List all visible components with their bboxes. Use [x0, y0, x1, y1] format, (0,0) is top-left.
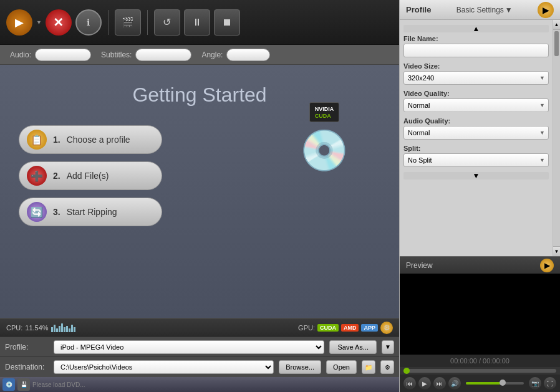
cpu-bar-7 [66, 326, 68, 332]
preview-go-button[interactable]: ▶ [540, 259, 554, 272]
volume-button[interactable]: 🔊 [448, 377, 461, 390]
preview-time-text: 00:00:00 / 00:00:00 [450, 357, 509, 365]
stop-button[interactable]: ✕ [46, 9, 72, 36]
step-3-button[interactable]: 🔄 3. Start Ripping [19, 198, 162, 226]
volume-slider[interactable] [466, 382, 524, 385]
pause-button[interactable]: ⏸ [184, 9, 210, 36]
video-quality-select[interactable]: Normal High Low [403, 98, 549, 112]
progress-track [403, 369, 556, 373]
scrollbar-body [553, 30, 560, 246]
video-size-select[interactable]: 320x240 640x480 1280x720 [403, 71, 549, 85]
audio-quality-select[interactable]: Normal High Low [403, 126, 549, 140]
cpu-bar-10 [74, 327, 75, 332]
scroll-up-arrow[interactable]: ▲ [403, 25, 549, 32]
cpu-bar-9 [71, 325, 73, 332]
preview-screen [400, 274, 560, 355]
save-dropdown-button[interactable]: ▼ [382, 340, 394, 354]
snapshot-button[interactable]: ⏹ [214, 9, 240, 36]
video-size-label: Video Size: [403, 62, 549, 70]
destination-input[interactable]: C:\Users\Psicho\Videos [54, 360, 274, 374]
preview-time-display: 00:00:00 / 00:00:00 [400, 355, 560, 367]
play-button[interactable]: ▶ [6, 9, 32, 36]
separator-1 [108, 10, 109, 35]
step-1-number: 1. [53, 135, 60, 145]
info-button[interactable]: ℹ [75, 9, 102, 36]
split-select[interactable]: No Split By Size By Time [403, 153, 549, 167]
scroll-down-arrow[interactable]: ▼ [403, 172, 549, 179]
split-select-wrapper: No Split By Size By Time [403, 153, 549, 167]
cpu-bar-4 [59, 326, 60, 332]
film-button[interactable]: 🎬 [115, 9, 141, 36]
settings-content: ▲ File Name: Video Size: 320x240 640x480… [400, 20, 553, 256]
subtitles-label: Subtitles: [101, 50, 132, 59]
step-1-label: Choose a profile [67, 135, 130, 145]
next-button[interactable]: ⏭ [433, 377, 446, 390]
scrollbar-thumb[interactable] [554, 31, 559, 56]
bottom-icons: 💿 💾 Please load DVD... [0, 377, 399, 392]
step-3-label: Start Ripping [67, 207, 117, 217]
step-3-icon: 🔄 [27, 202, 47, 222]
file-name-input[interactable] [403, 44, 549, 57]
step-3-number: 3. [53, 207, 60, 217]
file-name-group: File Name: [403, 35, 549, 57]
video-size-select-wrapper: 320x240 640x480 1280x720 [403, 71, 549, 85]
cpu-bar-1 [51, 327, 53, 332]
subtitles-select[interactable] [135, 49, 191, 61]
gpu-label: GPU: [298, 324, 315, 332]
angle-label: Angle: [201, 50, 223, 59]
split-group: Split: No Split By Size By Time [403, 145, 549, 167]
profile-go-button[interactable]: ▶ [538, 2, 554, 18]
folder-icon-button[interactable]: 📁 [362, 360, 375, 374]
cuda-logo: CUDA [317, 324, 339, 332]
status-icon[interactable]: ⚙ [380, 322, 393, 334]
cpu-bar-6 [64, 327, 65, 332]
status-bar: CPU: 11.54% GPU: CUDA AMD [0, 318, 399, 337]
cpu-value: 11.54% [25, 324, 48, 332]
drive-icon: 💾 [17, 378, 30, 391]
audio-quality-label: Audio Quality: [403, 117, 549, 125]
prev-button[interactable]: ⏮ [403, 377, 416, 390]
browse-button[interactable]: Browse... [279, 360, 321, 374]
basic-settings-button[interactable]: Basic Settings ▼ [456, 6, 513, 14]
gpu-info: GPU: CUDA AMD APP ⚙ [298, 322, 393, 334]
open-button[interactable]: Open [326, 360, 357, 374]
refresh-button[interactable]: ↺ [154, 9, 180, 36]
scrollbar-up-button[interactable]: ▲ [553, 20, 560, 30]
audio-control: Audio: [10, 49, 91, 61]
angle-select[interactable] [226, 49, 270, 61]
bottom-label: Please load DVD... [32, 381, 85, 388]
progress-thumb [403, 368, 410, 374]
step-2-number: 2. [53, 171, 60, 181]
left-panel: ▶ ▼ ✕ ℹ 🎬 ↺ ⏸ ⏹ Audio: Subtitles: Angle: [0, 0, 399, 392]
dropdown-arrow[interactable]: ▼ [36, 19, 42, 26]
profile-select[interactable]: iPod - MPEG4 Video [54, 340, 324, 354]
fullscreen-button[interactable]: ⛶ [544, 377, 556, 390]
profile-label: Profile: [5, 343, 49, 351]
getting-started-title: Getting Started [132, 84, 266, 107]
save-as-button[interactable]: Save As... [329, 340, 377, 354]
volume-fill [466, 382, 501, 385]
cpu-info: CPU: 11.54% [6, 323, 75, 332]
audio-select[interactable] [35, 49, 91, 61]
main-content: Getting Started 📋 1. Choose a profile ➕ … [0, 65, 399, 318]
play-ctrl-button[interactable]: ▶ [418, 377, 431, 390]
preview-progress-bar[interactable] [400, 367, 560, 375]
cuda-badge: NVIDIA CUDA [309, 102, 340, 122]
bottom-bar: Profile: iPod - MPEG4 Video Save As... ▼… [0, 337, 399, 377]
screenshot-button[interactable]: 📷 [529, 377, 541, 390]
toolbar: ▶ ▼ ✕ ℹ 🎬 ↺ ⏸ ⏹ [0, 0, 399, 45]
audio-quality-group: Audio Quality: Normal High Low [403, 117, 549, 140]
preview-header: Preview ▶ [400, 256, 560, 274]
controls-bar: Audio: Subtitles: Angle: [0, 45, 399, 65]
audio-quality-select-wrapper: Normal High Low [403, 126, 549, 140]
video-quality-label: Video Quality: [403, 90, 549, 97]
scrollbar-down-button[interactable]: ▼ [553, 246, 560, 256]
cpu-bar-8 [69, 328, 70, 332]
disc-icon: 💿 [299, 127, 349, 174]
step-1-button[interactable]: 📋 1. Choose a profile [19, 125, 162, 154]
preview-controls: ⏮ ▶ ⏭ 🔊 📷 ⛶ [400, 375, 560, 392]
settings-icon-button[interactable]: ⚙ [380, 360, 394, 374]
step-2-button[interactable]: ➕ 2. Add File(s) [19, 161, 162, 190]
right-panel: Profile Basic Settings ▼ ▶ ▲ File Name: … [399, 0, 560, 392]
destination-row: Destination: C:\Users\Psicho\Videos Brow… [0, 357, 399, 377]
